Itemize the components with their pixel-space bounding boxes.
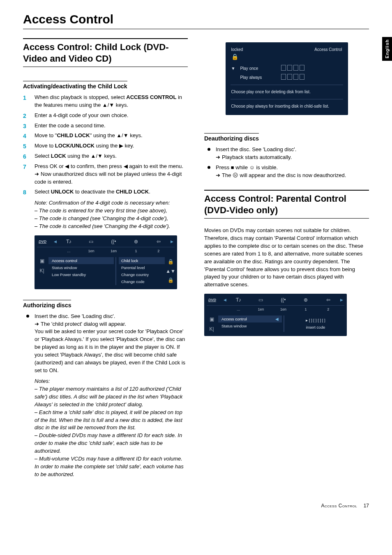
osd-row-label: Play once [240,66,276,71]
osd-submenu-item: Child lock [119,257,165,264]
osd-submenu-item: Change code [119,278,165,285]
osd-tab-icon: Ƭ♪ [227,297,250,303]
code-boxes [281,74,306,81]
step-text: Move to "CHILD LOCK" using the ▲/▼ keys. [35,132,143,138]
osd-tab-label: 1en [250,307,272,311]
osd-tab-label: 1 [295,307,317,311]
subsection-deauthorizing: Deauthorizing discs [204,133,259,142]
osd-tab-label: 2 [317,307,339,311]
osd-footnote: Choose play always for inserting disk in… [231,104,342,109]
step-8: Select UNLOCK to deactivate the CHILD LO… [23,188,188,196]
step-7-result: Now unauthorized discs will not be playe… [35,170,188,186]
updown-icon: ▲▼ [166,268,175,274]
step-text: Enter a 4-digit code of your own choice. [35,112,128,118]
osd-insert-code-menu: DVD ◀ Ƭ♪ ▭ ((• ⊛ ⇦ ▶ DVD ◀ … 1en 1en 1 2… [204,294,347,336]
auth-paragraph: You will be asked to enter your secret c… [35,328,188,374]
lock-icon: 🔒 [231,53,342,60]
osd-submenu-item: Change country [119,271,165,278]
step-5: Move to LOCK/UNLOCK using the ▶ key. [23,142,188,150]
section-parental-control: Access Control: Parental Control (DVD-Vi… [204,190,369,219]
page-footer: Access Control 17 [23,503,369,509]
page-title: Access Control [23,12,369,29]
osd-locked-dialog: locked Access Control 🔒 ▼ Play once ▼ Pl… [226,42,348,115]
right-column: locked Access Control 🔒 ▼ Play once ▼ Pl… [204,38,369,478]
footer-page-number: 17 [364,503,369,509]
code-note-item: – The code is cancelled (see 'Changing t… [23,223,188,230]
osd-tab-icon: ⇦ [147,239,170,244]
osd-tab-label: … [58,249,80,253]
osd-submenu-item: Parental level [119,264,165,271]
osd-code-hint: insert code [287,324,344,331]
osd-logo: DVD [39,240,53,244]
osd-tab-icon: ▭ [250,297,272,303]
osd-tab-icon: ((• [272,297,295,303]
osd-sidebar-icon: K| [39,268,44,274]
notes-item: – Each time a 'child safe' disc is playe… [23,409,188,432]
osd-tab-label: … [227,307,250,311]
subsection-authorizing: Authorizing discs [23,300,71,309]
osd-menu-item: Access control ◀ [218,315,282,322]
bullet-item: Insert the disc. See 'Loading disc'. The… [23,313,188,375]
osd-tab-icon: ⊛ [295,297,317,303]
osd-tab-label: 1 [125,249,148,253]
step-text: Select UNLOCK to deactivate the CHILD LO… [35,189,150,195]
osd-sidebar-icon: K| [209,326,214,332]
bullet-item: Insert the disc. See 'Loading disc'. Pla… [204,146,369,161]
osd-sidebar-icon: ▣ [210,316,214,322]
osd-menu-item: Access control [48,257,114,264]
osd-menu-item: Status window [218,322,282,329]
osd-menu-item: Status window [48,264,114,271]
osd-code-boxes: ▸ [ ] [ ] [ ] [ ] [287,317,344,324]
step-text: Select LOCK using the ▲/▼ keys. [35,153,117,159]
step-3: Enter the code a second time. [23,122,188,130]
bullet-text: Press ■ while ☺ is visible. [216,164,278,170]
step-2: Enter a 4-digit code of your own choice. [23,112,188,120]
notes-item: – The player memory maintains a list of … [23,385,188,409]
step-1: When disc playback is stopped, select AC… [23,94,188,109]
lock-icon: 🔒 [168,277,174,283]
step-text: When disc playback is stopped, select AC… [35,94,182,108]
code-note-item: – The code is changed (see 'Changing the… [23,215,188,223]
parental-paragraph: Movies on DVDs may contain scenes not su… [204,227,369,289]
osd-tab-label: 2 [147,249,170,253]
osd-menu-item: Low Power standby [48,271,114,278]
footer-label: Access Control [321,503,357,509]
osd-title: Access Control [314,47,342,52]
language-tab: English [382,37,392,61]
step-text: Press OK or ◀ to confirm, then press ◀ a… [35,163,183,169]
subsection-activating: Activating/deactivating the Child Lock [23,81,127,90]
bullet-result: The ☹ will appear and the disc is now de… [216,172,369,180]
osd-left-arrow-icon: ◀ [53,240,58,244]
step-6: Select LOCK using the ▲/▼ keys. [23,152,188,160]
osd-row-label: Play always [240,75,276,80]
code-note-lead: Note: Confirmation of the 4-digit code i… [23,199,188,207]
osd-left-arrow-icon: ◀ [222,298,227,302]
notes-item: – Double-sided DVDs may have a different… [23,432,188,455]
code-boxes [281,65,306,71]
step-7: Press OK or ◀ to confirm, then press ◀ a… [23,163,188,186]
lock-icon: 🔒 [168,259,174,265]
notes-label: Notes: [23,378,188,385]
osd-access-control-menu: DVD ◀ Ƭ♪ ▭ ((• ⊛ ⇦ ▶ DVD ◀ … 1en 1en 1 2… [35,235,177,289]
osd-menu-arrow-icon: ◀ [275,317,279,321]
osd-footnote: Choose play once for deleting disk from … [231,89,342,95]
osd-status: locked [231,47,243,52]
section-child-lock: Access Control: Child Lock (DVD-Video an… [23,38,188,67]
osd-tab-label: 1en [272,307,295,311]
bullet-item: Press ■ while ☺ is visible. The ☹ will a… [204,164,369,180]
left-column: Access Control: Child Lock (DVD-Video an… [23,38,188,478]
osd-right-arrow-icon: ▶ [170,240,175,244]
osd-tab-icon: ▭ [80,239,103,244]
step-text: Enter the code a second time. [35,122,106,129]
step-text: Move to LOCK/UNLOCK using the ▶ key. [35,143,134,149]
bullet-text: Insert the disc. See 'Loading disc'. [35,313,115,319]
content-columns: Access Control: Child Lock (DVD-Video an… [23,38,369,478]
osd-tab-icon: ((• [102,239,125,244]
osd-right-arrow-icon: ▶ [339,298,344,302]
osd-tab-label: 1en [102,249,125,253]
authorizing-bullets: Insert the disc. See 'Loading disc'. The… [23,313,188,375]
deauth-bullets: Insert the disc. See 'Loading disc'. Pla… [204,146,369,179]
osd-menu-text: Access control [221,317,247,321]
bullet-result: Playback starts automatically. [216,154,369,161]
osd-logo: DVD [208,298,222,302]
